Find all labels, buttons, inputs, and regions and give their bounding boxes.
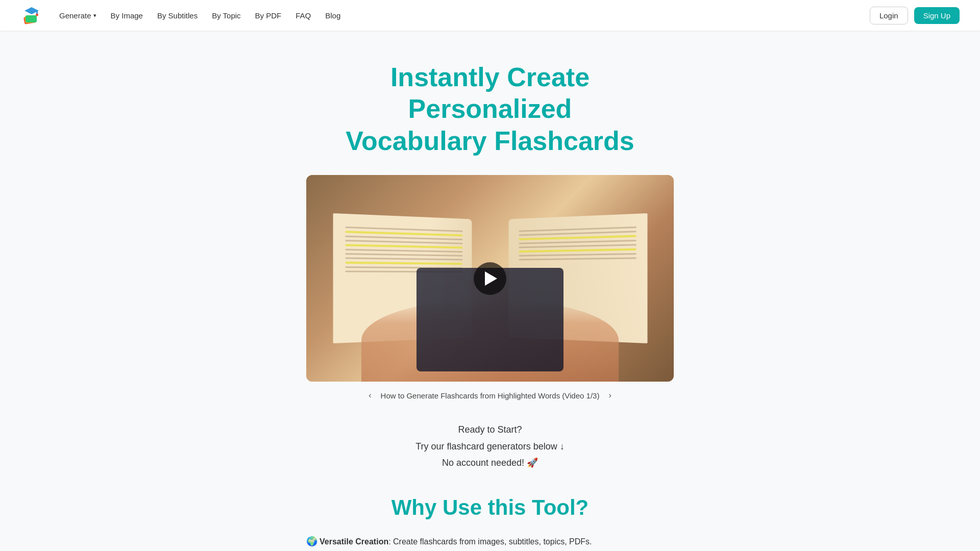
generate-dropdown[interactable]: Generate ▾ (53, 7, 103, 24)
book-line (519, 244, 636, 248)
feature-description: : Create flashcards from images, subtitl… (388, 537, 592, 546)
svg-point-6 (36, 14, 38, 16)
ready-line1: Ready to Start? (255, 421, 725, 438)
main-content: Instantly Create Personalized Vocabulary… (245, 31, 735, 551)
feature-title: Versatile Creation (320, 537, 388, 546)
book-line (345, 249, 462, 253)
ready-section: Ready to Start? Try our flashcard genera… (255, 421, 725, 471)
video-nav: ‹ How to Generate Flashcards from Highli… (255, 390, 725, 401)
by-subtitles-link[interactable]: By Subtitles (151, 7, 204, 24)
book-line-highlight (519, 248, 636, 253)
book-line (519, 258, 636, 261)
generate-label: Generate (59, 11, 91, 20)
blog-link[interactable]: Blog (319, 7, 347, 24)
hero-title-line3: Vocabulary Flashcards (346, 126, 634, 156)
hero-title: Instantly Create Personalized Vocabulary… (255, 61, 725, 157)
hero-title-line1: Instantly Create (390, 62, 590, 92)
ready-line2: Try our flashcard generators below ↓ (255, 438, 725, 455)
login-button[interactable]: Login (870, 7, 908, 24)
ready-line3: No account needed! 🚀 (255, 455, 725, 471)
feature-item: 🌍Versatile Creation: Create flashcards f… (306, 534, 674, 549)
signup-button[interactable]: Sign Up (914, 7, 960, 24)
book-line (345, 254, 462, 257)
play-button[interactable] (474, 262, 506, 295)
book-line-highlight (519, 235, 636, 240)
book-line-highlight (345, 244, 462, 249)
by-image-link[interactable]: By Image (105, 7, 149, 24)
video-player[interactable] (306, 175, 674, 382)
chevron-down-icon: ▾ (93, 12, 96, 19)
svg-rect-3 (26, 15, 37, 22)
feature-icon: 🌍 (306, 536, 317, 546)
navbar-actions: Login Sign Up (870, 7, 960, 24)
book-line (519, 240, 636, 244)
features-list: 🌍Versatile Creation: Create flashcards f… (306, 534, 674, 551)
book-line-highlight (345, 262, 462, 265)
play-triangle-icon (485, 271, 497, 286)
book-line (345, 236, 462, 240)
book-line (345, 258, 462, 261)
logo-icon (20, 4, 43, 27)
book-line (345, 240, 462, 244)
why-title: Why Use this Tool? (255, 495, 725, 520)
logo[interactable] (20, 4, 43, 27)
by-topic-link[interactable]: By Topic (206, 7, 247, 24)
by-pdf-link[interactable]: By PDF (249, 7, 288, 24)
hero-title-line2: Personalized (408, 94, 572, 123)
video-caption: How to Generate Flashcards from Highligh… (381, 391, 600, 400)
nav-links: Generate ▾ By Image By Subtitles By Topi… (53, 7, 870, 24)
navbar: Generate ▾ By Image By Subtitles By Topi… (0, 0, 980, 31)
book-line (519, 253, 636, 257)
video-prev-arrow[interactable]: ‹ (365, 390, 374, 401)
video-next-arrow[interactable]: › (605, 390, 614, 401)
faq-link[interactable]: FAQ (289, 7, 317, 24)
